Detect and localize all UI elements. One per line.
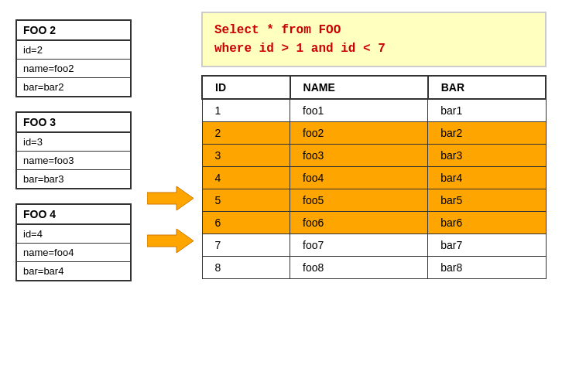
table-cell-id: 3: [202, 145, 290, 167]
foo-box-3-row-2: bar=bar3: [17, 170, 130, 188]
table-row: 4foo4bar4: [202, 167, 546, 189]
table-cell-id: 6: [202, 212, 290, 234]
table-cell-bar: bar2: [428, 122, 546, 145]
table-cell-name: foo1: [290, 99, 428, 122]
main-container: FOO 2id=2name=foo2bar=bar2FOO 3id=3name=…: [0, 0, 562, 392]
table-cell-bar: bar4: [428, 167, 546, 189]
table-row: 3foo3bar3: [202, 145, 546, 167]
right-column: Select * from FOO where id > 1 and id < …: [201, 12, 547, 380]
table-cell-bar: bar6: [428, 212, 546, 234]
table-cell-id: 5: [202, 189, 290, 212]
foo-box-2-row-2: bar=bar2: [17, 78, 130, 96]
table-cell-name: foo8: [290, 257, 428, 279]
foo-box-4: FOO 4id=4name=foo4bar=bar4: [15, 203, 132, 281]
foo-box-2-header: FOO 2: [17, 21, 130, 41]
arrow-2-icon: [147, 227, 194, 254]
table-cell-id: 1: [202, 99, 290, 122]
table-row: 8foo8bar8: [202, 257, 546, 279]
table-cell-name: foo6: [290, 212, 428, 234]
table-row: 1foo1bar1: [202, 99, 546, 122]
table-cell-bar: bar7: [428, 234, 546, 257]
foo-box-3-header: FOO 3: [17, 113, 130, 133]
foo-box-2: FOO 2id=2name=foo2bar=bar2: [15, 19, 132, 97]
foo-box-2-row-1: name=foo2: [17, 60, 130, 78]
svg-marker-0: [147, 186, 194, 210]
table-cell-id: 2: [202, 122, 290, 145]
table-cell-name: foo3: [290, 145, 428, 167]
table-row: 7foo7bar7: [202, 234, 546, 257]
foo-box-4-row-1: name=foo4: [17, 244, 130, 262]
col-header-id: ID: [202, 76, 290, 99]
foo-box-3-row-1: name=foo3: [17, 152, 130, 170]
table-cell-id: 8: [202, 257, 290, 279]
arrow-column: [139, 12, 201, 380]
foo-boxes-column: FOO 2id=2name=foo2bar=bar2FOO 3id=3name=…: [15, 12, 139, 380]
table-cell-bar: bar8: [428, 257, 546, 279]
table-cell-name: foo7: [290, 234, 428, 257]
arrow-1-icon: [147, 185, 194, 212]
col-header-bar: BAR: [428, 76, 546, 99]
foo-box-3-row-0: id=3: [17, 133, 130, 152]
foo-box-4-row-0: id=4: [17, 225, 130, 244]
col-header-name: NAME: [290, 76, 428, 99]
foo-box-2-row-0: id=2: [17, 41, 130, 60]
table-cell-name: foo5: [290, 189, 428, 212]
table-cell-id: 7: [202, 234, 290, 257]
result-table: ID NAME BAR 1foo1bar12foo2bar23foo3bar34…: [201, 75, 547, 279]
svg-marker-1: [147, 229, 194, 253]
table-cell-name: foo2: [290, 122, 428, 145]
table-cell-bar: bar3: [428, 145, 546, 167]
table-row: 6foo6bar6: [202, 212, 546, 234]
table-cell-bar: bar1: [428, 99, 546, 122]
foo-box-3: FOO 3id=3name=foo3bar=bar3: [15, 111, 132, 189]
foo-box-4-row-2: bar=bar4: [17, 262, 130, 280]
query-box: Select * from FOO where id > 1 and id < …: [201, 12, 547, 67]
table-cell-bar: bar5: [428, 189, 546, 212]
table-row: 5foo5bar5: [202, 189, 546, 212]
foo-box-4-header: FOO 4: [17, 205, 130, 225]
table-row: 2foo2bar2: [202, 122, 546, 145]
query-line1: Select * from FOO: [214, 21, 533, 39]
query-line2: where id > 1 and id < 7: [214, 39, 533, 58]
table-cell-id: 4: [202, 167, 290, 189]
table-cell-name: foo4: [290, 167, 428, 189]
